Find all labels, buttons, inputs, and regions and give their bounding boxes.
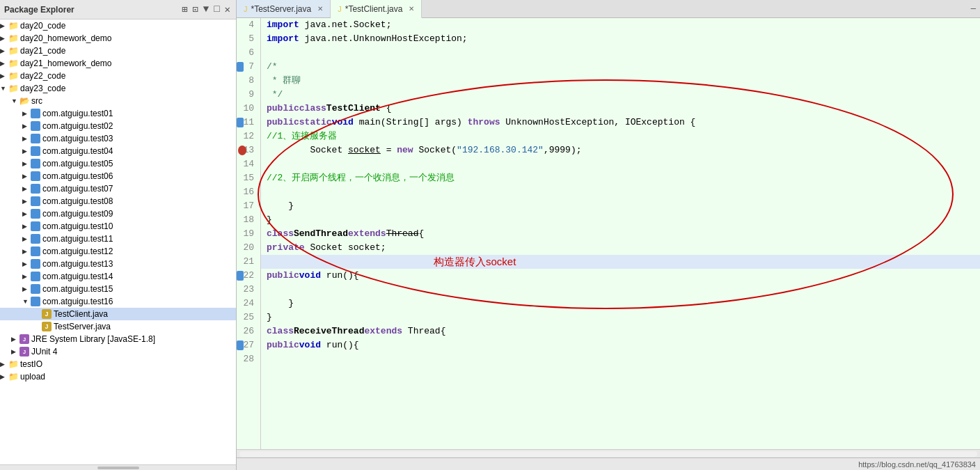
tree-arrow: ▶ xyxy=(22,160,31,167)
package-icon xyxy=(31,146,40,156)
tree-label: com.atguigu.test01 xyxy=(42,109,113,118)
code-line[interactable]: } xyxy=(261,311,980,324)
tree-item[interactable]: ▼📂src xyxy=(0,95,236,107)
maximize-icon[interactable]: □ xyxy=(212,3,221,16)
code-line[interactable]: import java.net.UnknownHostException; xyxy=(261,32,980,46)
code-line[interactable] xyxy=(261,157,980,171)
tree-item[interactable]: ▶com.atguigu.test06 xyxy=(0,170,236,182)
code-line[interactable]: * 群聊 xyxy=(261,74,980,88)
line-number: 12 xyxy=(237,130,257,143)
tree-item[interactable]: ▶📁testIO xyxy=(0,358,236,370)
code-line[interactable]: import java.net.Socket; xyxy=(261,18,980,32)
editor-tab[interactable]: J *TestServer.java ✕ xyxy=(237,0,331,17)
tree-item[interactable]: ▶com.atguigu.test12 xyxy=(0,245,236,258)
tree-item[interactable]: ▶📁upload xyxy=(0,370,236,383)
tree-item[interactable]: ▶📁day20_code xyxy=(0,19,236,32)
tree-item[interactable]: ▶com.atguigu.test14 xyxy=(0,270,236,283)
code-line[interactable] xyxy=(261,185,980,199)
tree-item[interactable]: ▶com.atguigu.test01 xyxy=(0,107,236,120)
code-line[interactable]: public static void main(String[] args) t… xyxy=(261,116,980,130)
code-line[interactable]: public void run(){ xyxy=(261,338,980,352)
package-icon xyxy=(31,184,40,194)
tree-item[interactable]: ▶JJUnit 4 xyxy=(0,345,236,358)
tree-container[interactable]: ▶📁day20_code▶📁day20_homework_demo▶📁day21… xyxy=(0,19,236,464)
tree-label: day23_code xyxy=(20,84,65,93)
code-line[interactable]: 构造器传入socket xyxy=(261,255,980,269)
code-line[interactable]: public void run(){ xyxy=(261,269,980,283)
line-number: 4 xyxy=(237,18,257,32)
code-line[interactable]: } xyxy=(261,199,980,213)
minimize-editor-icon[interactable]: — xyxy=(971,4,976,14)
code-line[interactable]: private Socket socket; xyxy=(261,241,980,255)
tree-label: com.atguigu.test09 xyxy=(42,209,113,219)
code-line[interactable]: */ xyxy=(261,88,980,102)
tree-item[interactable]: ▼com.atguigu.test16 xyxy=(0,295,236,308)
tab-close-button[interactable]: ✕ xyxy=(409,5,414,13)
panel-icons: ⊞ ⊡ ▼ □ ✕ xyxy=(180,3,232,16)
code-line[interactable]: public class TestClient { xyxy=(261,102,980,116)
link-editor-icon[interactable]: ⊡ xyxy=(191,3,199,16)
tree-item[interactable]: JTestClient.java xyxy=(0,308,236,320)
tree-item[interactable]: ▶com.atguigu.test15 xyxy=(0,283,236,295)
tree-item[interactable]: JTestServer.java xyxy=(0,320,236,333)
tree-arrow: ▶ xyxy=(22,248,31,255)
project-icon: 📁 xyxy=(8,372,18,382)
line-number: 25 xyxy=(237,311,257,324)
line-number: 14 xyxy=(237,157,257,171)
tree-item[interactable]: ▶com.atguigu.test09 xyxy=(0,207,236,220)
code-line[interactable]: Socket socket = new Socket("192.168.30.1… xyxy=(261,143,980,157)
tree-label: com.atguigu.test07 xyxy=(42,184,113,194)
project-icon: 📁 xyxy=(8,84,18,93)
code-line[interactable]: //1、连接服务器 xyxy=(261,130,980,143)
tree-arrow: ▶ xyxy=(0,47,8,54)
project-icon: 📁 xyxy=(8,46,18,56)
line-number: 6 xyxy=(237,46,257,60)
code-line[interactable] xyxy=(261,46,980,60)
line-number: 5 xyxy=(237,32,257,46)
tree-arrow: ▶ xyxy=(11,336,19,343)
tree-item[interactable]: ▶📁day22_code xyxy=(0,70,236,82)
panel-title: Package Explorer xyxy=(4,5,176,15)
code-line[interactable]: /* xyxy=(261,60,980,74)
tree-item[interactable]: ▶JJRE System Library [JavaSE-1.8] xyxy=(0,333,236,345)
tree-arrow: ▶ xyxy=(22,123,31,130)
tree-arrow: ▶ xyxy=(0,35,8,42)
tree-item[interactable]: ▶com.atguigu.test03 xyxy=(0,132,236,145)
tab-close-button[interactable]: ✕ xyxy=(317,5,323,13)
tree-item[interactable]: ▶com.atguigu.test11 xyxy=(0,233,236,245)
code-line[interactable] xyxy=(261,352,980,366)
editor-area: 4567891011121314151617181920212223242526… xyxy=(237,18,980,449)
close-icon[interactable]: ✕ xyxy=(223,3,232,16)
line-number: 10 xyxy=(237,102,257,116)
tree-item[interactable]: ▶📁day21_homework_demo xyxy=(0,57,236,70)
tree-item[interactable]: ▶com.atguigu.test04 xyxy=(0,145,236,157)
horizontal-scrollbar[interactable] xyxy=(239,451,977,457)
lib-icon: J xyxy=(19,347,29,357)
tree-label: com.atguigu.test15 xyxy=(42,284,113,294)
tree-item[interactable]: ▶com.atguigu.test05 xyxy=(0,157,236,170)
editor-tab[interactable]: J *TestClient.java ✕ xyxy=(331,0,422,18)
code-content[interactable]: import java.net.Socket;import java.net.U… xyxy=(261,18,980,449)
line-number: 24 xyxy=(237,297,257,311)
src-icon: 📂 xyxy=(19,96,29,106)
tree-item[interactable]: ▼📁day23_code xyxy=(0,82,236,95)
code-line[interactable]: class ReceiveThread extends Thread{ xyxy=(261,324,980,338)
view-menu-icon[interactable]: ▼ xyxy=(202,3,210,16)
code-line[interactable]: //2、开启两个线程，一个收消息，一个发消息 xyxy=(261,171,980,185)
tree-item[interactable]: ▶com.atguigu.test02 xyxy=(0,120,236,132)
tree-label: com.atguigu.test08 xyxy=(42,196,113,206)
collapse-all-icon[interactable]: ⊞ xyxy=(180,3,189,16)
code-line[interactable]: class SendThread extends Thread{ xyxy=(261,227,980,241)
tree-item[interactable]: ▶com.atguigu.test07 xyxy=(0,182,236,195)
tree-item[interactable]: ▶com.atguigu.test13 xyxy=(0,258,236,270)
tree-item[interactable]: ▶📁day20_homework_demo xyxy=(0,32,236,45)
tree-item[interactable]: ▶📁day21_code xyxy=(0,45,236,57)
tree-item[interactable]: ▶com.atguigu.test08 xyxy=(0,195,236,207)
scroll-indicator xyxy=(97,467,139,469)
code-line[interactable]: } xyxy=(261,297,980,311)
tree-label: com.atguigu.test06 xyxy=(42,171,113,181)
code-line[interactable] xyxy=(261,283,980,297)
code-line[interactable]: } xyxy=(261,213,980,227)
tree-arrow: ▶ xyxy=(22,173,31,180)
tree-item[interactable]: ▶com.atguigu.test10 xyxy=(0,220,236,233)
